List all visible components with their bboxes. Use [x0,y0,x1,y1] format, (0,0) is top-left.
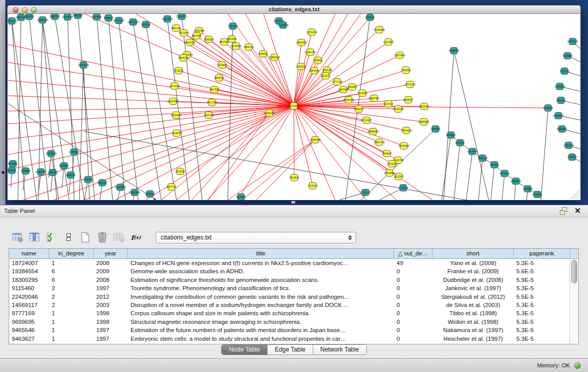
column-header-out_de[interactable]: △ out_de… [394,249,432,258]
graph-node[interactable]: 2935114 [478,155,488,162]
graph-node[interactable]: 12254139 [306,29,317,36]
graph-node[interactable]: 17942757 [35,169,47,176]
graph-node[interactable]: 9958187 [98,180,107,186]
cell-year[interactable]: 2012 [94,293,128,301]
graph-node[interactable]: 7515124 [141,21,151,28]
cell-in_degree[interactable]: 1 [49,326,94,334]
minimize-button[interactable] [22,7,28,13]
cell-year[interactable]: 2008 [94,259,128,267]
cell-out_de[interactable]: 0 [394,276,432,284]
cell-in_degree[interactable]: 1 [49,259,94,267]
cell-year[interactable]: 1998 [94,309,128,317]
cell-year[interactable]: 2003 [94,301,128,309]
graph-node[interactable]: 1362615 [296,63,306,70]
graph-node[interactable]: 2087682 [365,14,375,21]
graph-node[interactable]: 8614794 [25,14,34,20]
cell-title[interactable]: Investigating the contribution of common… [128,293,394,301]
table-row[interactable]: 946362711997Embryonic stem cells: a mode… [9,335,578,343]
cell-short[interactable]: Nakamura et al. (1997) [432,326,514,334]
cell-pagerank[interactable]: 5.3E-5 [514,326,570,334]
graph-node[interactable]: 19756928 [398,143,409,149]
table-row[interactable]: 2242004622012Investigating the contribut… [9,293,578,301]
graph-node[interactable]: 18003631 [62,14,73,20]
table-row[interactable]: 1938455462009Genome-wide association stu… [9,267,578,275]
graph-node[interactable]: 9434611 [236,194,246,201]
cell-year[interactable]: 1997 [94,326,128,334]
cell-in_degree[interactable]: 6 [49,276,94,284]
cell-out_de[interactable]: 49 [394,259,432,267]
graph-node[interactable]: 8427552 [210,86,220,93]
graph-node[interactable]: 18807243 [374,139,385,146]
cell-pagerank[interactable]: 5.9E-5 [514,276,570,284]
graph-node[interactable]: 8215958 [543,105,553,112]
cell-name[interactable]: 18724007 [9,259,49,267]
cell-short[interactable]: Stergiakouli et al. (2012) [432,293,514,301]
graph-node[interactable]: 1545193 [48,169,58,176]
cell-out_de[interactable]: 0 [394,326,432,334]
graph-node[interactable]: 9329966 [563,53,573,59]
scrollbar-thumb[interactable] [571,260,577,283]
graph-node[interactable]: 8601234 [171,25,181,32]
cell-out_de[interactable]: 0 [394,318,432,326]
cell-name[interactable]: 14569117 [9,301,49,309]
graph-node[interactable]: 7955812 [313,57,323,64]
graph-node[interactable]: 8912954 [179,30,189,36]
cell-title[interactable]: Tourette syndrome. Phenomenology and cla… [128,284,394,292]
graph-node[interactable]: 7957224 [228,23,238,30]
graph-node[interactable]: 7986372 [354,106,364,113]
cell-title[interactable]: Estimation of the future numbers of pati… [128,326,394,334]
memory-status-indicator[interactable] [574,362,581,369]
graph-node[interactable]: 8254091 [533,191,542,198]
graph-node[interactable]: 9777169 [333,79,342,85]
cell-out_de[interactable]: 0 [394,309,432,317]
graph-node[interactable]: 7462667 [347,84,357,91]
cell-out_de[interactable]: 0 [394,293,432,301]
cell-pagerank[interactable]: 5.3E-5 [514,318,570,326]
column-header-in_degree[interactable]: in_degree [49,249,94,258]
graph-node[interactable]: 8466160 [104,15,114,21]
graph-node[interactable]: 21814973 [176,14,187,20]
graph-node[interactable]: 9115460 [420,103,429,110]
graph-node[interactable]: 9245652 [523,186,533,192]
graph-node[interactable]: 1167533 [568,154,577,161]
cell-short[interactable]: de Silva et al. (2003) [432,301,514,309]
network-window-titlebar[interactable]: citations_edges.txt [7,5,581,14]
cell-title[interactable]: Structural magnetic resonance image aver… [128,318,394,326]
graph-node[interactable]: 5463891 [227,36,237,42]
cell-name[interactable]: 9777169 [9,309,49,317]
graph-node[interactable]: 9084067 [382,150,392,157]
graph-node[interactable]: 16210643 [553,113,564,119]
graph-node[interactable]: 19654908 [170,112,182,119]
graph-node[interactable]: 8505161 [8,161,18,167]
graph-node[interactable]: 19654923 [401,127,412,134]
cell-pagerank[interactable]: 5.3E-5 [514,309,570,317]
graph-node[interactable]: 18640910 [296,39,307,46]
cell-name[interactable]: 9465546 [9,326,49,334]
graph-node[interactable]: 7621892 [176,168,185,175]
graph-node[interactable]: 1640954 [431,126,441,133]
graph-node[interactable]: 2522547 [394,173,404,180]
cell-short[interactable]: Tibbo et al. (1998) [432,309,514,317]
cell-pagerank[interactable]: 5.3E-5 [514,301,570,309]
graph-node[interactable]: 16648784 [448,48,460,54]
table-row[interactable]: 977716911998Corpus callosum shape and si… [9,309,578,317]
graph-node[interactable]: 1795722 [83,177,93,183]
delete-column-icon[interactable] [94,230,111,245]
collapse-arrow-icon[interactable] [1,170,4,174]
close-panel-icon[interactable]: ✕ [574,207,581,215]
graph-node[interactable]: 1990443 [310,68,319,74]
column-header-name[interactable]: name [9,249,49,258]
graph-node[interactable]: 20691406 [37,17,48,24]
cell-in_degree[interactable]: 1 [49,309,94,317]
graph-node[interactable]: 20364436 [343,97,354,103]
cell-year[interactable]: 2009 [94,267,128,275]
graph-node[interactable]: 12093832 [554,83,565,90]
network-graph[interactable]: 1872400724055724208934168614794206914061… [8,14,581,200]
cell-title[interactable]: Corpus callosum shape and size in male p… [128,309,394,317]
cell-pagerank[interactable]: 5.3E-5 [514,335,570,343]
cell-title[interactable]: Disruption of a novel member of a sodium… [128,301,394,309]
column-header-year[interactable]: year [94,249,128,258]
graph-node[interactable]: 12975115 [405,81,416,88]
graph-node[interactable]: 6479197 [455,140,465,146]
table-row[interactable]: 911546021997Tourette syndrome. Phenomeno… [9,284,578,292]
